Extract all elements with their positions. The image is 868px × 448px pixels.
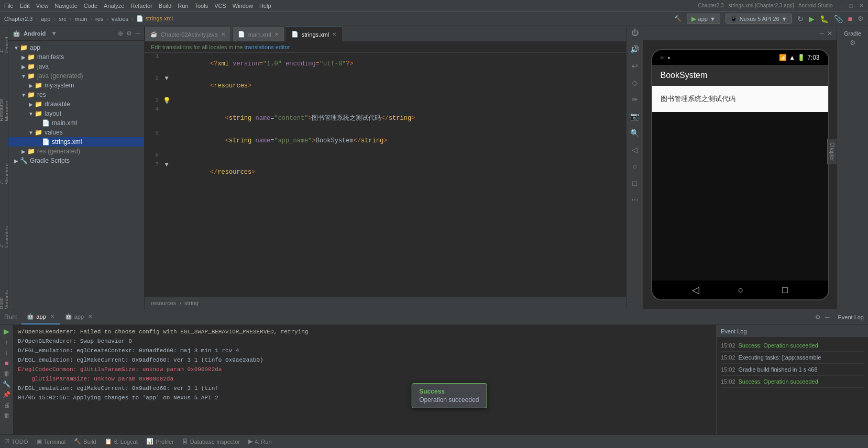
menu-analyze[interactable]: Analyze bbox=[104, 3, 124, 9]
diamond-icon[interactable]: ◇ bbox=[632, 79, 638, 87]
toolbar-sync-icon[interactable]: ↻ bbox=[797, 15, 804, 23]
status-terminal[interactable]: ▣ Terminal bbox=[37, 438, 66, 445]
device-selector[interactable]: 📱 Nexus 5 API 26 ▼ bbox=[726, 14, 792, 24]
panel-icon-minimize[interactable]: ─ bbox=[135, 30, 140, 37]
translation-link[interactable]: translations editor bbox=[245, 44, 290, 50]
emulator-minimize[interactable]: ─ bbox=[819, 30, 824, 37]
run-config-selector[interactable]: ▶ app ▼ bbox=[687, 14, 720, 24]
toolbar-attach-icon[interactable]: 📎 bbox=[834, 15, 843, 23]
tree-item-manifests[interactable]: ▶ 📁 manifests bbox=[8, 52, 144, 62]
status-database-inspector[interactable]: 🗄 Database Inspector bbox=[182, 439, 240, 445]
status-logcat[interactable]: 📋 6: Logcat bbox=[105, 438, 138, 445]
menu-build[interactable]: Build bbox=[159, 3, 171, 9]
emulator-close[interactable]: ✕ bbox=[827, 30, 832, 37]
tree-item-mainxml[interactable]: 📄 main.xml bbox=[8, 118, 144, 128]
tab-close-mainxml[interactable]: ✕ bbox=[274, 31, 279, 37]
panel-icon-settings[interactable]: ⚙ bbox=[126, 30, 132, 37]
menu-help[interactable]: Help bbox=[259, 3, 271, 9]
status-run[interactable]: ▶ 4: Run bbox=[248, 438, 271, 445]
tab-close-chapter02activity[interactable]: ✕ bbox=[221, 31, 225, 37]
run-tab-2[interactable]: 🤖 app ✕ bbox=[60, 310, 97, 324]
gradle-settings-icon[interactable]: ⚙ bbox=[850, 39, 856, 47]
build-variants-tab-label[interactable]: Build Variants bbox=[0, 290, 8, 309]
menu-view[interactable]: View bbox=[36, 3, 49, 9]
bottom-minimize-icon[interactable]: ─ bbox=[825, 313, 830, 321]
square-icon[interactable]: □ bbox=[632, 179, 636, 187]
toolbar-settings-right[interactable]: ⚙ bbox=[858, 15, 864, 23]
breadcrumb-main[interactable]: main bbox=[74, 16, 87, 22]
status-build[interactable]: 🔨 Build bbox=[74, 438, 96, 445]
favorites-tab-label[interactable]: 2: Favorites bbox=[0, 226, 8, 248]
tree-item-mysystem[interactable]: ▶ 📁 my.system bbox=[8, 81, 144, 90]
tree-item-layout[interactable]: ▼ 📁 layout bbox=[8, 109, 144, 118]
run-clear-icon[interactable]: 🗑 bbox=[4, 370, 10, 377]
run-arrow-up-icon[interactable]: ↑ bbox=[5, 339, 8, 346]
event-log-tab[interactable]: Event Log bbox=[838, 313, 864, 321]
tree-item-java[interactable]: ▶ 📁 java bbox=[8, 62, 144, 71]
back-icon[interactable]: ◁ bbox=[632, 145, 638, 154]
tree-item-java-generated[interactable]: ▼ 📁 java (generated) bbox=[8, 71, 144, 81]
tab-close-stringsxml[interactable]: ✕ bbox=[332, 31, 336, 37]
run-config-dropdown[interactable]: ▼ bbox=[710, 16, 716, 22]
window-maximize[interactable]: □ bbox=[849, 3, 853, 9]
tree-item-drawable[interactable]: ▶ 📁 drawable bbox=[8, 99, 144, 109]
run-wrench-icon[interactable]: 🔧 bbox=[3, 380, 10, 388]
tab-chapter02activity[interactable]: ☕ Chapter02Activity.java ✕ bbox=[145, 27, 231, 41]
panel-icon-locate[interactable]: ⊕ bbox=[118, 30, 123, 37]
breadcrumb-src[interactable]: src bbox=[59, 16, 67, 22]
power-icon[interactable]: ⏻ bbox=[631, 28, 639, 37]
volume-icon[interactable]: 🔊 bbox=[630, 45, 639, 53]
code-editor[interactable]: 1 <?xml version="1.0" encoding="utf-8"?>… bbox=[145, 53, 626, 296]
toolbar-debug-icon[interactable]: 🐛 bbox=[820, 15, 829, 23]
menu-edit[interactable]: Edit bbox=[20, 3, 30, 9]
tab-stringsxml[interactable]: 📄 strings.xml ✕ bbox=[285, 27, 343, 41]
status-todo[interactable]: ☑ TODO bbox=[4, 438, 28, 445]
menu-navigate[interactable]: Navigate bbox=[54, 3, 77, 9]
more-icon[interactable]: ⋯ bbox=[631, 196, 639, 204]
menu-file[interactable]: File bbox=[4, 3, 14, 9]
tree-item-values[interactable]: ▼ 📁 values bbox=[8, 128, 144, 137]
phone-home-btn[interactable]: ○ bbox=[738, 285, 744, 296]
fold-2[interactable]: ▼ bbox=[163, 75, 170, 82]
tree-item-res[interactable]: ▼ 📁 res bbox=[8, 90, 144, 99]
status-profiler[interactable]: 📊 Profiler bbox=[146, 438, 174, 445]
resource-manager-tab-label[interactable]: Resource Manager bbox=[0, 95, 8, 121]
tree-item-gradle-scripts[interactable]: ▶ 🔧 Gradle Scripts bbox=[8, 156, 144, 165]
pencil-icon[interactable]: ✏ bbox=[632, 95, 638, 104]
run-print-icon[interactable]: 🖨 bbox=[4, 401, 10, 409]
menu-run[interactable]: Run bbox=[178, 3, 188, 9]
menu-tools[interactable]: Tools bbox=[194, 3, 208, 9]
menu-refactor[interactable]: Refactor bbox=[130, 3, 152, 9]
breadcrumb-chapter[interactable]: Chapter2.3 bbox=[4, 16, 32, 22]
gradle-label[interactable]: Gradle bbox=[844, 30, 861, 37]
run-trash-icon[interactable]: 🗑 bbox=[4, 412, 10, 419]
menu-window[interactable]: Window bbox=[233, 3, 253, 9]
run-play-icon[interactable]: ▶ bbox=[4, 327, 9, 335]
bottom-settings-icon[interactable]: ⚙ bbox=[815, 313, 821, 321]
run-stop-icon[interactable]: ■ bbox=[5, 360, 8, 367]
toolbar-stop-icon[interactable]: ■ bbox=[848, 15, 852, 23]
toolbar-run-icon[interactable]: ▶ bbox=[809, 15, 815, 23]
phone-recent-btn[interactable]: □ bbox=[782, 285, 788, 296]
menu-vcs[interactable]: VCS bbox=[214, 3, 226, 9]
structure-tab-label[interactable]: 7: Structure bbox=[0, 163, 8, 185]
tree-item-res-generated[interactable]: ▶ 📁 res (generated) bbox=[8, 147, 144, 156]
rotate-icon[interactable]: ↩ bbox=[632, 62, 638, 70]
run-arrow-down-icon[interactable]: ↓ bbox=[5, 349, 8, 356]
breadcrumb-app[interactable]: app bbox=[41, 16, 50, 22]
chapter-side-label[interactable]: Chapter bbox=[827, 139, 837, 164]
run-output[interactable]: W/OpenGLRenderer: Failed to choose confi… bbox=[14, 325, 716, 434]
phone-back-btn[interactable]: ◁ bbox=[692, 284, 699, 296]
tree-item-stringsxml[interactable]: 📄 strings.xml bbox=[8, 137, 144, 147]
zoom-in-icon[interactable]: 🔍 bbox=[630, 129, 639, 137]
fold-7[interactable]: ▼ bbox=[163, 161, 170, 169]
breadcrumb-file[interactable]: 📄 strings.xml bbox=[136, 15, 173, 22]
run-tab-close-2[interactable]: ✕ bbox=[88, 313, 92, 319]
project-tab-label[interactable]: 1: Project bbox=[0, 37, 8, 53]
circle-icon[interactable]: ○ bbox=[632, 162, 636, 171]
run-pin-icon[interactable]: 📌 bbox=[3, 391, 10, 398]
device-dropdown[interactable]: ▼ bbox=[782, 16, 787, 22]
breadcrumb-res[interactable]: res bbox=[95, 16, 103, 22]
tab-mainxml[interactable]: 📄 main.xml ✕ bbox=[232, 27, 284, 41]
breadcrumb-values[interactable]: values bbox=[112, 16, 128, 22]
